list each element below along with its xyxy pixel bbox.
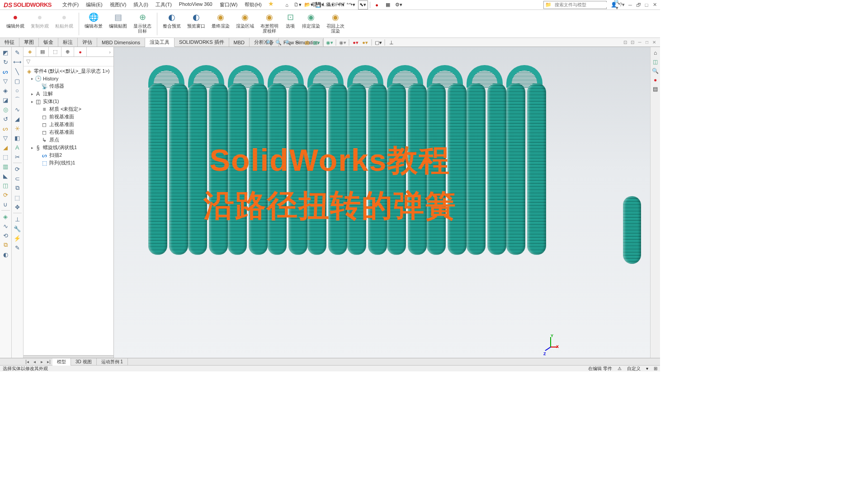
hide-show-icon[interactable]: ◉▾	[326, 38, 334, 47]
lt2-rect-icon[interactable]: ▢	[12, 76, 23, 85]
lt2-rapid-icon[interactable]: ✎	[12, 243, 23, 252]
menu-help[interactable]: 帮助(H)	[241, 0, 265, 9]
ribbon-options[interactable]: ⊡选项	[282, 11, 298, 29]
tab-sketch[interactable]: 草图	[19, 38, 39, 47]
tree-history[interactable]: ▸🕒History	[24, 75, 113, 82]
apply-scene-icon[interactable]: ●▾	[352, 38, 360, 47]
menu-insert[interactable]: 插入(I)	[130, 0, 151, 9]
lt2-mirror-icon[interactable]: ⧉	[12, 183, 23, 192]
lt-shell-icon[interactable]: ◫	[0, 181, 11, 190]
tree-right-plane[interactable]: ◻右视基准面	[24, 128, 113, 136]
ribbon-edit-scene[interactable]: 🌐编辑布景	[82, 11, 105, 29]
lt-rib-icon[interactable]: ▥	[0, 162, 11, 171]
ribbon-paste-appearance[interactable]: ●粘贴外观	[52, 11, 76, 29]
lt-cut-sweep-icon[interactable]: ᔕ	[0, 124, 11, 133]
lt-revolve-icon[interactable]: ↻	[0, 57, 11, 66]
lt-curves-icon[interactable]: ∿	[0, 221, 11, 230]
lt-instant3d-icon[interactable]: ⟲	[0, 231, 11, 240]
zoom-area-icon[interactable]: 🔍	[274, 38, 283, 47]
menu-view[interactable]: 视图(V)	[106, 0, 130, 9]
rt-custom-icon[interactable]: ▤	[651, 85, 660, 93]
ribbon-display-state[interactable]: ⊕显示状态目标	[131, 11, 154, 34]
lt2-circle-icon[interactable]: ○	[12, 86, 23, 95]
lt-draft-icon[interactable]: ◣	[0, 171, 11, 180]
doc-close-icon[interactable]: ✕	[651, 39, 657, 46]
tab-mbd[interactable]: MBD	[229, 38, 250, 47]
tree-expand-icon[interactable]: ›	[106, 47, 113, 56]
bt-model-tab[interactable]: 模型	[52, 358, 71, 366]
view-settings-icon[interactable]: ●▾	[361, 38, 369, 47]
tree-helix[interactable]: ▸§螺旋线/涡状线1	[24, 144, 113, 151]
lt2-spline-icon[interactable]: ∿	[12, 105, 23, 114]
lt-hole-icon[interactable]: ◎	[0, 105, 11, 114]
tree-origin[interactable]: ↳原点	[24, 136, 113, 144]
doc-minimize-icon[interactable]: ─	[637, 39, 643, 46]
lt-refgeom-icon[interactable]: ◈	[0, 212, 11, 221]
lt-wrap-icon[interactable]: ⟳	[0, 190, 11, 199]
tree-tab-feature-icon[interactable]: ◈	[24, 47, 36, 56]
lt-cut-loft-icon[interactable]: ▽	[0, 133, 11, 142]
status-warn-icon[interactable]: ⚠	[618, 366, 622, 371]
lt-extrude-icon[interactable]: ◩	[0, 48, 11, 57]
lt2-relation-icon[interactable]: ⊥	[12, 215, 23, 224]
edit-appearance-icon[interactable]: ◉▾	[339, 38, 347, 47]
prev-view-icon[interactable]: 🔍	[284, 38, 292, 47]
bt-first-icon[interactable]: |◂	[24, 359, 31, 364]
menu-edit[interactable]: 编辑(E)	[82, 0, 106, 9]
rt-appearance-icon[interactable]: ●	[651, 76, 660, 84]
lt2-sketch-icon[interactable]: ✎	[12, 48, 23, 57]
ribbon-final-render[interactable]: ◉最终渲染	[209, 11, 232, 29]
lt2-pattern-icon[interactable]: ⬚	[12, 193, 23, 202]
tree-tab-target-icon[interactable]: ⊕	[61, 47, 74, 56]
lt-pattern-icon[interactable]: ⬚	[0, 152, 11, 161]
tab-annotate[interactable]: 标注	[58, 38, 78, 47]
doc-maximize-icon[interactable]: □	[644, 39, 650, 46]
lt2-plane-icon[interactable]: ◧	[12, 133, 23, 142]
tab-mbd-dim[interactable]: MBD Dimensions	[97, 38, 145, 47]
menu-favorite-icon[interactable]: ★	[265, 0, 277, 9]
ribbon-integrated-preview[interactable]: ◐整合预览	[160, 11, 184, 29]
tree-tab-appearance-icon[interactable]: ●	[74, 47, 87, 56]
lt2-fillet-icon[interactable]: ◢	[12, 114, 23, 123]
search-input[interactable]	[553, 2, 614, 7]
search-box[interactable]: 📁 🔍▾	[543, 1, 607, 9]
menu-file[interactable]: 文件(F)	[59, 0, 82, 9]
rebuild-icon[interactable]: ●	[372, 0, 382, 9]
lt-loft-icon[interactable]: ▽	[0, 76, 11, 85]
rt-home-icon[interactable]: ⌂	[651, 49, 660, 57]
tree-pattern[interactable]: ⬚阵列(线性)1	[24, 159, 113, 167]
ribbon-scene-proof[interactable]: ◉布景照明度校样	[258, 11, 281, 34]
tree-sensors[interactable]: 📡传感器	[24, 82, 113, 90]
render-icon[interactable]: ▢▾	[374, 38, 382, 47]
minimize-button[interactable]: ─	[627, 1, 634, 9]
ribbon-render-region[interactable]: ◉渲染区域	[233, 11, 257, 29]
menu-photoview[interactable]: PhotoView 360	[175, 0, 216, 9]
lt-boundary-icon[interactable]: ◈	[0, 86, 11, 95]
lt2-move-icon[interactable]: ✥	[12, 202, 23, 211]
home-icon[interactable]: ⌂	[282, 0, 292, 9]
tree-bodies[interactable]: ▸◫实体(1)	[24, 98, 113, 105]
tree-root[interactable]: ◈ 零件4 (默认<<默认>_显示状态 1>)	[24, 67, 113, 75]
tree-front-plane[interactable]: ◻前视基准面	[24, 113, 113, 121]
bt-last-icon[interactable]: ▸|	[45, 359, 52, 364]
lt2-point-icon[interactable]: ⚹	[12, 124, 23, 133]
settings-icon[interactable]: ⚙▾	[394, 0, 404, 9]
section-view-icon[interactable]: ✂	[293, 38, 302, 47]
lt-mirror-icon[interactable]: ⧉	[0, 240, 11, 249]
doc-restore-icon[interactable]: ⊡	[629, 39, 636, 46]
tree-filter[interactable]: ▽	[24, 57, 113, 66]
tree-tab-config-icon[interactable]: ▤	[36, 47, 49, 56]
lt2-line-icon[interactable]: ╲	[12, 67, 23, 76]
ribbon-edit-decal[interactable]: ▤编辑贴图	[106, 11, 130, 29]
lt-cut-revolve-icon[interactable]: ↺	[0, 114, 11, 123]
bt-3dview-tab[interactable]: 3D 视图	[71, 358, 97, 366]
select-icon[interactable]: ⬉▾	[358, 0, 368, 9]
help-icon[interactable]: ?▾	[618, 1, 626, 9]
lt2-trim-icon[interactable]: ✂	[12, 152, 23, 161]
zoom-fit-icon[interactable]: 🔍	[265, 38, 273, 47]
bt-next-icon[interactable]: ▸	[38, 359, 45, 364]
ribbon-recall-render[interactable]: ◉召回上次渲染	[324, 11, 347, 34]
lt2-text-icon[interactable]: A	[12, 143, 23, 152]
tree-sweep[interactable]: ᔕ扫描2	[24, 151, 113, 159]
restore-button[interactable]: 🗗	[635, 1, 642, 9]
